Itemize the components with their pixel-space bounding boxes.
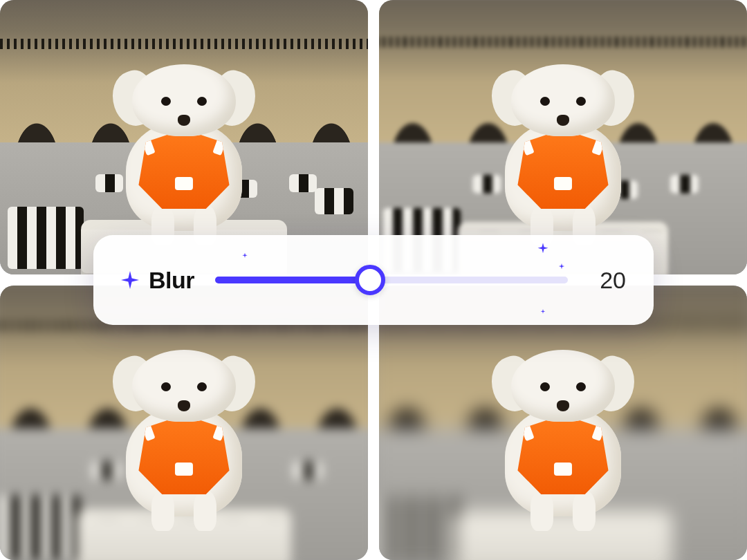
slider-label-group: Blur xyxy=(121,267,194,294)
slider-fill xyxy=(215,277,370,283)
blur-slider-panel: Blur 20 xyxy=(93,235,654,325)
slider-label: Blur xyxy=(149,267,194,294)
subject-dog xyxy=(103,60,265,241)
slider-value: 20 xyxy=(589,267,626,294)
preview-tile xyxy=(0,286,368,560)
sparkle-icon xyxy=(537,243,549,258)
subject-dog xyxy=(103,346,265,527)
sparkle-icon xyxy=(121,271,139,289)
blur-slider[interactable] xyxy=(215,277,568,283)
preview-tile xyxy=(379,286,747,560)
subject-dog xyxy=(482,346,644,527)
preview-tile xyxy=(0,0,368,274)
sparkle-icon xyxy=(540,309,546,316)
preview-tile xyxy=(379,0,747,274)
sparkle-icon xyxy=(242,253,248,261)
slider-thumb[interactable] xyxy=(355,265,385,295)
subject-dog xyxy=(482,60,644,241)
sparkle-icon xyxy=(558,263,565,272)
